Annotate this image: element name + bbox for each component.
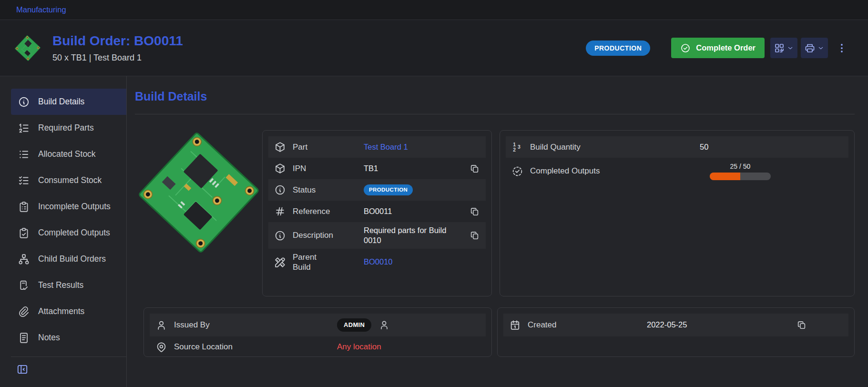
- sidebar-collapse-icon: [16, 363, 29, 376]
- sidebar-item-incomplete-outputs[interactable]: Incomplete Outputs: [11, 194, 126, 220]
- detail-row-reference: Reference BO0011: [268, 201, 486, 222]
- svg-text:3: 3: [518, 144, 521, 150]
- sidebar: Build Details Required Parts Allocated S…: [0, 76, 127, 387]
- detail-row-completed-outputs: Completed Outputs 25 / 50: [506, 158, 848, 184]
- issued-by-badge: ADMIN: [337, 318, 371, 332]
- complete-order-button[interactable]: Complete Order: [671, 38, 765, 58]
- sidebar-divider: [11, 356, 126, 357]
- box-icon: [274, 163, 286, 174]
- list-check-icon: [18, 174, 30, 187]
- sidebar-item-label: Test Results: [38, 280, 83, 290]
- detail-label: Created: [528, 320, 640, 330]
- detail-row-created: Created 2022-05-25: [503, 314, 848, 336]
- status-badge: PRODUCTION: [586, 41, 650, 56]
- detail-row-parent-build: Parent Build BO0010: [268, 249, 486, 275]
- sidebar-item-attachments[interactable]: Attachments: [11, 298, 126, 325]
- detail-label: Part: [293, 142, 357, 152]
- chevron-down-icon: [786, 44, 794, 52]
- detail-label: Source Location: [174, 342, 330, 352]
- status-badge: PRODUCTION: [364, 184, 413, 195]
- breadcrumb-link-manufacturing[interactable]: Manufacturing: [16, 5, 66, 14]
- print-actions-button[interactable]: [801, 38, 828, 58]
- sidebar-collapse-button[interactable]: [16, 362, 31, 377]
- detail-row-part: Part Test Board 1: [268, 136, 486, 158]
- copy-icon: [470, 163, 480, 174]
- sidebar-item-consumed-stock[interactable]: Consumed Stock: [11, 167, 126, 194]
- sidebar-item-completed-outputs[interactable]: Completed Outputs: [11, 220, 126, 246]
- calendar-icon: [509, 319, 521, 331]
- complete-order-label: Complete Order: [696, 43, 756, 52]
- detail-row-description: Description Required parts for Build 001…: [268, 222, 486, 249]
- sidebar-item-notes[interactable]: Notes: [11, 325, 126, 351]
- copy-button[interactable]: [797, 320, 807, 330]
- copy-button[interactable]: [470, 206, 480, 217]
- breadcrumb: Manufacturing: [0, 0, 868, 20]
- detail-label: Description: [293, 230, 357, 240]
- map-pin-icon: [155, 341, 167, 353]
- qr-actions-button[interactable]: [770, 38, 797, 58]
- source-location-value: Any location: [337, 342, 381, 352]
- detail-label: Reference: [293, 206, 357, 216]
- notes-icon: [18, 332, 30, 344]
- progress-check-icon: [511, 165, 523, 177]
- issue-card: Issued By ADMIN Source Location Any loca…: [143, 307, 492, 357]
- svg-text:2: 2: [513, 147, 516, 153]
- sidebar-item-allocated-stock[interactable]: Allocated Stock: [11, 141, 126, 167]
- chevron-down-icon: [817, 44, 825, 52]
- main-panel: Build Details: [127, 76, 868, 387]
- list-numbers-icon: [18, 122, 30, 134]
- part-image: [135, 130, 262, 273]
- sidebar-item-label: Required Parts: [38, 123, 94, 133]
- detail-label: Issued By: [174, 320, 330, 330]
- detail-row-status: Status PRODUCTION: [268, 179, 486, 201]
- parent-build-link[interactable]: BO0010: [364, 257, 393, 267]
- more-actions-button[interactable]: [836, 42, 848, 54]
- completed-outputs-progress: 25 / 50: [709, 162, 771, 180]
- part-thumbnail[interactable]: [14, 35, 41, 61]
- sidebar-item-label: Consumed Stock: [38, 175, 102, 185]
- info-circle-icon: [274, 184, 286, 196]
- page-header: Build Order: BO0011 50 x TB1 | Test Boar…: [0, 20, 868, 76]
- clipboard-check-icon: [18, 227, 30, 239]
- copy-icon: [797, 320, 807, 330]
- build-progress-card: 123 Build Quantity 50 Completed Outputs …: [500, 130, 855, 296]
- description-value: Required parts for Build 0010: [364, 225, 457, 246]
- dots-vertical-icon: [836, 42, 848, 54]
- numbers-123-icon: 123: [511, 141, 523, 153]
- sitemap-icon: [18, 253, 30, 265]
- user-icon: [155, 319, 167, 331]
- page-subtitle: 50 x TB1 | Test Board 1: [52, 53, 183, 63]
- detail-label: Build Quantity: [530, 142, 693, 152]
- build-details-card: Part Test Board 1 IPN TB1: [262, 130, 492, 296]
- info-circle-icon: [274, 230, 286, 242]
- copy-button[interactable]: [470, 163, 480, 174]
- page-title: Build Order: BO0011: [52, 33, 183, 49]
- box-icon: [274, 141, 286, 153]
- panel-heading: Build Details: [135, 90, 855, 103]
- printer-icon: [804, 42, 816, 54]
- progress-bar: [710, 173, 771, 180]
- user-icon: [378, 319, 390, 331]
- reference-value: BO0011: [364, 206, 392, 216]
- info-circle-icon: [18, 96, 30, 108]
- sidebar-item-child-build-orders[interactable]: Child Build Orders: [11, 246, 126, 272]
- copy-button[interactable]: [470, 230, 480, 241]
- sidebar-item-label: Completed Outputs: [38, 228, 110, 238]
- copy-icon: [470, 206, 480, 217]
- sidebar-item-build-details[interactable]: Build Details: [11, 89, 126, 115]
- sidebar-item-label: Incomplete Outputs: [38, 202, 111, 212]
- sidebar-item-label: Notes: [38, 333, 60, 343]
- list-icon: [18, 148, 30, 161]
- heading-divider: [135, 114, 855, 114]
- part-link[interactable]: Test Board 1: [364, 142, 408, 152]
- tools-icon: [274, 256, 286, 268]
- sidebar-item-test-results[interactable]: Test Results: [11, 272, 126, 298]
- detail-label: Parent Build: [293, 252, 323, 273]
- sidebar-item-required-parts[interactable]: Required Parts: [11, 115, 126, 141]
- created-card: Created 2022-05-25: [497, 307, 855, 357]
- circle-check-icon: [680, 43, 691, 53]
- detail-label: Status: [293, 185, 357, 195]
- progress-text: 25 / 50: [730, 162, 751, 171]
- detail-label: Completed Outputs: [530, 166, 693, 176]
- clipboard-list-icon: [18, 201, 30, 213]
